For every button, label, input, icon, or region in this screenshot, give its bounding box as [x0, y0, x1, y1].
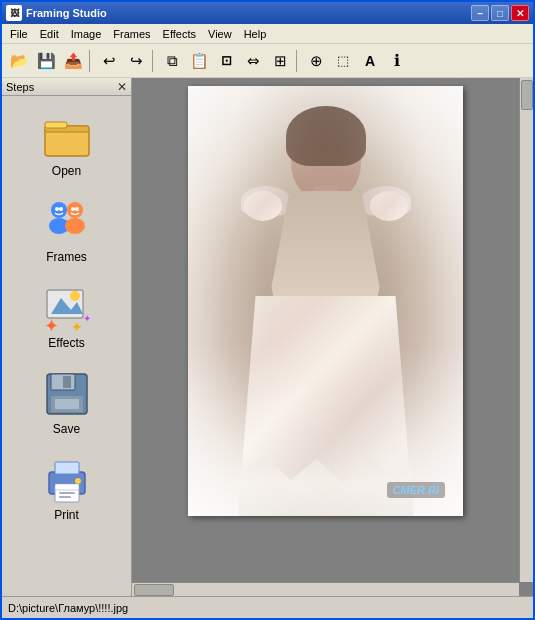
toolbar-sep-3 — [296, 50, 300, 72]
close-button[interactable]: ✕ — [511, 5, 529, 21]
flip-toolbar-button[interactable]: ⇔ — [240, 48, 266, 74]
menu-image[interactable]: Image — [65, 26, 108, 42]
select-icon: ⬚ — [337, 53, 349, 68]
open-icon: 📂 — [10, 52, 29, 70]
zoom-in-icon: ⊕ — [310, 52, 323, 70]
steps-panel: Steps ✕ Open — [2, 78, 132, 596]
steps-items-container: Open — [2, 96, 131, 596]
menu-effects[interactable]: Effects — [157, 26, 202, 42]
info-button[interactable]: ℹ — [384, 48, 410, 74]
photo-canvas: CMER.RI — [188, 86, 463, 516]
undo-icon: ↩ — [103, 52, 116, 70]
toolbar-sep-2 — [152, 50, 156, 72]
svg-text:✦: ✦ — [83, 313, 91, 324]
flip-icon: ⇔ — [247, 52, 260, 70]
window-controls: – □ ✕ — [471, 5, 529, 21]
svg-point-3 — [51, 202, 67, 218]
titlebar: 🖼 Framing Studio – □ ✕ — [2, 2, 533, 24]
effects-step[interactable]: ✦ ✦ ✦ Effects — [12, 278, 122, 354]
window-title: Framing Studio — [26, 7, 471, 19]
svg-rect-23 — [55, 462, 79, 474]
open-step-label: Open — [52, 164, 81, 178]
watermark-text: CMER.RI — [393, 484, 439, 496]
info-icon: ℹ — [394, 51, 400, 70]
paste-toolbar-button[interactable]: 📋 — [186, 48, 212, 74]
svg-point-7 — [55, 207, 59, 211]
toolbar: 📂 💾 📤 ↩ ↪ ⧉ 📋 ⊡ ⇔ ⊞ ⊕ — [2, 44, 533, 78]
menu-file[interactable]: File — [4, 26, 34, 42]
filepath-label: D:\picture\Гламур\!!!!.jpg — [8, 602, 128, 614]
steps-title: Steps — [6, 81, 34, 93]
text-button[interactable]: A — [357, 48, 383, 74]
svg-point-27 — [75, 478, 81, 484]
zoom-fit-button[interactable]: ⊞ — [267, 48, 293, 74]
svg-rect-25 — [59, 492, 75, 494]
frames-step-label: Frames — [46, 250, 87, 264]
photo-image: CMER.RI — [188, 86, 463, 516]
svg-point-6 — [65, 218, 85, 234]
save-as-toolbar-button[interactable]: 📤 — [60, 48, 86, 74]
save-icon: 💾 — [37, 52, 56, 70]
menu-frames[interactable]: Frames — [107, 26, 156, 42]
svg-point-13 — [70, 291, 80, 301]
svg-point-8 — [59, 207, 63, 211]
app-icon: 🖼 — [6, 5, 22, 21]
effects-step-label: Effects — [48, 336, 84, 350]
menu-edit[interactable]: Edit — [34, 26, 65, 42]
svg-point-10 — [75, 207, 79, 211]
text-icon: A — [365, 53, 375, 69]
minimize-button[interactable]: – — [471, 5, 489, 21]
zoom-in-button[interactable]: ⊕ — [303, 48, 329, 74]
svg-text:✦: ✦ — [71, 319, 83, 334]
print-step-label: Print — [54, 508, 79, 522]
save-as-icon: 📤 — [64, 52, 83, 70]
scrollbar-vertical[interactable] — [519, 78, 533, 582]
redo-toolbar-button[interactable]: ↪ — [123, 48, 149, 74]
copy-icon: ⧉ — [167, 52, 178, 70]
effects-step-icon: ✦ ✦ ✦ — [41, 282, 93, 334]
svg-point-9 — [71, 207, 75, 211]
menubar: File Edit Image Frames Effects View Help — [2, 24, 533, 44]
print-step-icon — [41, 454, 93, 506]
svg-rect-2 — [45, 122, 67, 128]
svg-rect-28 — [55, 484, 79, 490]
svg-rect-19 — [63, 376, 71, 388]
redo-icon: ↪ — [130, 52, 143, 70]
steps-close-button[interactable]: ✕ — [117, 80, 127, 94]
svg-rect-26 — [59, 496, 71, 498]
menu-view[interactable]: View — [202, 26, 238, 42]
svg-rect-21 — [55, 399, 79, 409]
steps-header: Steps ✕ — [2, 78, 131, 96]
menu-help[interactable]: Help — [238, 26, 273, 42]
save-step-icon — [41, 368, 93, 420]
app-window: 🖼 Framing Studio – □ ✕ File Edit Image F… — [0, 0, 535, 620]
maximize-button[interactable]: □ — [491, 5, 509, 21]
open-toolbar-button[interactable]: 📂 — [6, 48, 32, 74]
watermark: CMER.RI — [387, 482, 445, 498]
print-step[interactable]: Print — [12, 450, 122, 526]
main-content: Steps ✕ Open — [2, 78, 533, 596]
toolbar-sep-1 — [89, 50, 93, 72]
save-step-label: Save — [53, 422, 80, 436]
paste-icon: 📋 — [190, 52, 209, 70]
zoom-fit-icon: ⊞ — [274, 52, 287, 70]
svg-text:✦: ✦ — [44, 316, 59, 334]
open-step-icon — [41, 110, 93, 162]
canvas-area[interactable]: CMER.RI — [132, 78, 533, 596]
copy-toolbar-button[interactable]: ⧉ — [159, 48, 185, 74]
frames-step-icon — [41, 196, 93, 248]
select-button[interactable]: ⬚ — [330, 48, 356, 74]
save-toolbar-button[interactable]: 💾 — [33, 48, 59, 74]
frames-step[interactable]: Frames — [12, 192, 122, 268]
open-step[interactable]: Open — [12, 106, 122, 182]
statusbar: D:\picture\Гламур\!!!!.jpg — [2, 596, 533, 618]
svg-point-5 — [67, 202, 83, 218]
crop-icon: ⊡ — [221, 53, 232, 68]
crop-toolbar-button[interactable]: ⊡ — [213, 48, 239, 74]
undo-toolbar-button[interactable]: ↩ — [96, 48, 122, 74]
save-step[interactable]: Save — [12, 364, 122, 440]
scrollbar-horizontal[interactable] — [132, 582, 519, 596]
